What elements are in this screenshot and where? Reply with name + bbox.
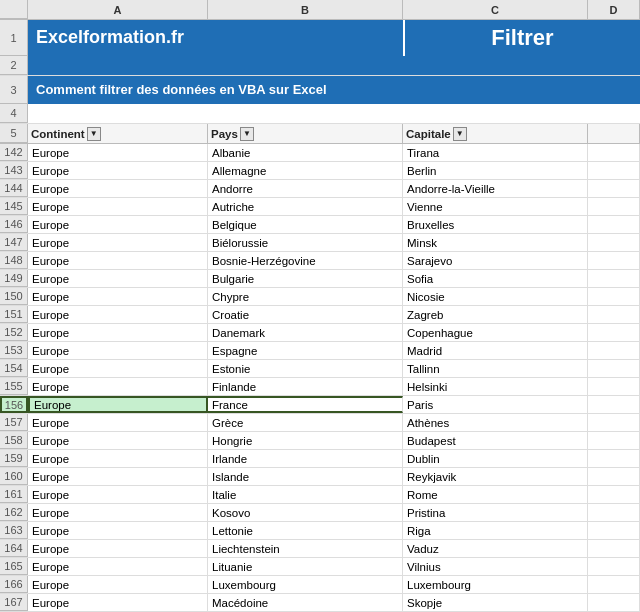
continent-cell: Europe [28,306,208,323]
app-title: Excelformation.fr [28,20,403,56]
row-num: 151 [0,306,28,323]
table-row[interactable]: 147 Europe Biélorussie Minsk [0,234,640,252]
filtrer-button[interactable]: Filtrer [403,20,640,56]
continent-cell: Europe [28,198,208,215]
table-row[interactable]: 151 Europe Croatie Zagreb [0,306,640,324]
filter-pays-header: Pays ▼ [208,124,403,143]
capitale-cell: Reykjavik [403,468,588,485]
row-num: 148 [0,252,28,269]
extra-cell [588,198,640,215]
extra-cell [588,324,640,341]
capitale-cell: Berlin [403,162,588,179]
capitale-cell: Sarajevo [403,252,588,269]
row-num: 167 [0,594,28,611]
table-row[interactable]: 159 Europe Irlande Dublin [0,450,640,468]
continent-cell: Europe [28,378,208,395]
title-row: 1 Excelformation.fr Filtrer [0,20,640,56]
row-num-4: 4 [0,104,28,123]
row-num: 154 [0,360,28,377]
capitale-cell: Paris [403,396,588,413]
pays-cell: Danemark [208,324,403,341]
row-num: 152 [0,324,28,341]
continent-cell: Europe [28,486,208,503]
table-row[interactable]: 158 Europe Hongrie Budapest [0,432,640,450]
row-num: 157 [0,414,28,431]
extra-cell [588,468,640,485]
table-row[interactable]: 152 Europe Danemark Copenhague [0,324,640,342]
extra-cell [588,396,640,413]
table-row[interactable]: 149 Europe Bulgarie Sofia [0,270,640,288]
capitale-cell: Vilnius [403,558,588,575]
pays-cell: Luxembourg [208,576,403,593]
continent-cell: Europe [28,342,208,359]
pays-cell: Espagne [208,342,403,359]
continent-cell: Europe [28,216,208,233]
pays-cell: Lituanie [208,558,403,575]
table-row[interactable]: 157 Europe Grèce Athènes [0,414,640,432]
extra-cell [588,576,640,593]
extra-cell [588,180,640,197]
table-row[interactable]: 164 Europe Liechtenstein Vaduz [0,540,640,558]
table-row[interactable]: 142 Europe Albanie Tirana [0,144,640,162]
table-row[interactable]: 162 Europe Kosovo Pristina [0,504,640,522]
capitale-cell: Nicosie [403,288,588,305]
row-num: 166 [0,576,28,593]
subtitle: Comment filtrer des données en VBA sur E… [28,76,640,104]
col-header-a: A [28,0,208,19]
table-row[interactable]: 154 Europe Estonie Tallinn [0,360,640,378]
extra-cell [588,144,640,161]
continent-cell: Europe [28,594,208,611]
table-row[interactable]: 145 Europe Autriche Vienne [0,198,640,216]
row-num-5: 5 [0,124,28,143]
filter-d-header [588,124,640,143]
table-row[interactable]: 167 Europe Macédoine Skopje [0,594,640,612]
continent-cell: Europe [28,468,208,485]
table-row[interactable]: 160 Europe Islande Reykjavik [0,468,640,486]
row-2: 2 [0,56,640,76]
continent-cell: Europe [28,504,208,521]
data-table: 142 Europe Albanie Tirana 143 Europe All… [0,144,640,612]
row-num: 156 [0,396,28,413]
filter-pays-btn[interactable]: ▼ [240,127,254,141]
capitale-cell: Tallinn [403,360,588,377]
pays-cell: Belgique [208,216,403,233]
extra-cell [588,234,640,251]
extra-cell [588,504,640,521]
table-row[interactable]: 150 Europe Chypre Nicosie [0,288,640,306]
filter-continent-btn[interactable]: ▼ [87,127,101,141]
row-num-1: 1 [0,20,28,56]
capitale-cell: Andorre-la-Vieille [403,180,588,197]
extra-cell [588,522,640,539]
row-num: 163 [0,522,28,539]
table-row[interactable]: 153 Europe Espagne Madrid [0,342,640,360]
table-row[interactable]: 165 Europe Lituanie Vilnius [0,558,640,576]
capitale-cell: Helsinki [403,378,588,395]
continent-cell: Europe [28,522,208,539]
table-row[interactable]: 163 Europe Lettonie Riga [0,522,640,540]
col-header-row: A B C D [0,0,640,20]
capitale-cell: Madrid [403,342,588,359]
table-row[interactable]: 161 Europe Italie Rome [0,486,640,504]
table-row[interactable]: 155 Europe Finlande Helsinki [0,378,640,396]
pays-cell: Hongrie [208,432,403,449]
row-num: 159 [0,450,28,467]
capitale-cell: Vaduz [403,540,588,557]
extra-cell [588,360,640,377]
table-row[interactable]: 144 Europe Andorre Andorre-la-Vieille [0,180,640,198]
table-row[interactable]: 148 Europe Bosnie-Herzégovine Sarajevo [0,252,640,270]
table-row[interactable]: 146 Europe Belgique Bruxelles [0,216,640,234]
col-header-d: D [588,0,640,19]
extra-cell [588,486,640,503]
table-row[interactable]: 143 Europe Allemagne Berlin [0,162,640,180]
pays-cell: Lettonie [208,522,403,539]
pays-cell: Allemagne [208,162,403,179]
table-row[interactable]: 166 Europe Luxembourg Luxembourg [0,576,640,594]
row-num: 142 [0,144,28,161]
filter-capitale-btn[interactable]: ▼ [453,127,467,141]
filter-capitale-header: Capitale ▼ [403,124,588,143]
capitale-cell: Skopje [403,594,588,611]
subtitle-row: 3 Comment filtrer des données en VBA sur… [0,76,640,104]
table-row[interactable]: 156 Europe France Paris [0,396,640,414]
continent-cell: Europe [28,576,208,593]
col-header-c: C [403,0,588,19]
